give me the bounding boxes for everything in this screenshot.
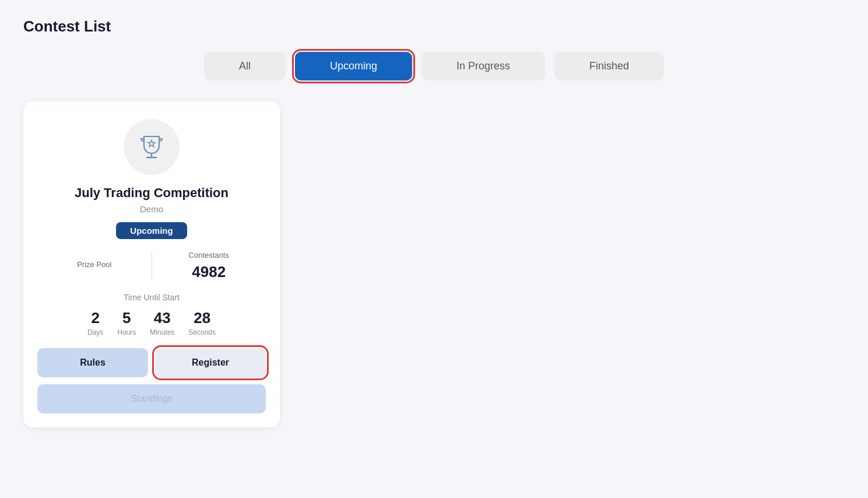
trophy-icon-circle: [124, 119, 180, 175]
tab-finished[interactable]: Finished: [554, 52, 664, 80]
register-button[interactable]: Register: [155, 348, 266, 377]
cards-grid: July Trading Competition Demo Upcoming P…: [23, 101, 845, 427]
contest-name: July Trading Competition: [75, 185, 229, 201]
tab-all[interactable]: All: [204, 52, 286, 80]
time-section: Time Until Start 2 Days 5 Hours 43 Minut…: [37, 293, 266, 336]
action-buttons: Rules Register: [37, 348, 266, 377]
tab-in-progress[interactable]: In Progress: [421, 52, 545, 80]
tab-bar: All Upcoming In Progress Finished: [23, 52, 845, 80]
seconds-value: 28: [194, 309, 210, 327]
seconds-label: Seconds: [188, 328, 216, 336]
countdown-minutes: 43 Minutes: [150, 309, 174, 336]
status-badge: Upcoming: [116, 222, 187, 239]
trophy-icon: [136, 132, 167, 162]
prize-pool-label: Prize Pool: [37, 260, 152, 269]
countdown-days: 2 Days: [87, 309, 103, 336]
hours-value: 5: [122, 309, 131, 327]
prize-pool-block: Prize Pool: [37, 260, 152, 272]
stats-row: Prize Pool Contestants 4982: [37, 251, 266, 281]
page-title: Contest List: [23, 17, 845, 36]
svg-marker-2: [148, 140, 155, 147]
tab-upcoming[interactable]: Upcoming: [295, 52, 412, 80]
contestants-label: Contestants: [152, 251, 266, 259]
days-value: 2: [91, 309, 99, 327]
rules-button[interactable]: Rules: [37, 348, 148, 377]
standings-button[interactable]: Standings: [37, 384, 266, 413]
contest-type: Demo: [140, 204, 163, 214]
time-until-label: Time Until Start: [37, 293, 266, 302]
hours-label: Hours: [117, 328, 136, 336]
minutes-label: Minutes: [150, 328, 174, 336]
contestants-value: 4982: [152, 263, 266, 281]
contest-card: July Trading Competition Demo Upcoming P…: [23, 101, 280, 427]
minutes-value: 43: [154, 309, 171, 327]
days-label: Days: [87, 328, 103, 336]
countdown-row: 2 Days 5 Hours 43 Minutes 28 Seconds: [37, 309, 266, 336]
contestants-block: Contestants 4982: [152, 251, 266, 281]
countdown-hours: 5 Hours: [117, 309, 136, 336]
countdown-seconds: 28 Seconds: [188, 309, 216, 336]
